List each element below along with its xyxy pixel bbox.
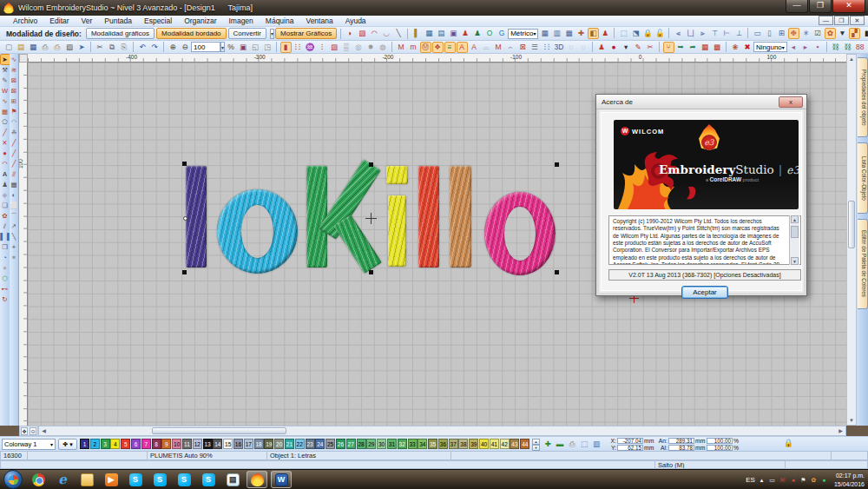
outline-object-icon[interactable]: ◠	[369, 28, 380, 39]
color-swatch-11[interactable]: 11	[182, 439, 192, 449]
vector-o-icon[interactable]: O	[484, 28, 496, 39]
taskbar-ie[interactable]: e	[52, 471, 73, 488]
color-swatch-13[interactable]: 13	[203, 439, 213, 449]
grid2-tool-icon[interactable]: ▦	[10, 180, 18, 189]
selection-handle-tl[interactable]	[182, 162, 187, 166]
add-color-icon[interactable]: ✚	[542, 439, 554, 450]
reshape-tool-icon[interactable]: ⚒	[1, 65, 10, 75]
mdi-minimize-button[interactable]: —	[819, 16, 833, 25]
small-scissors-icon[interactable]: ✂	[645, 42, 656, 53]
checkbox-tool-icon[interactable]: ☑	[812, 28, 824, 39]
align-top-icon[interactable]: ⊤	[709, 28, 720, 39]
digitize-line-icon[interactable]: ╲	[393, 28, 404, 39]
scale-y-field[interactable]: 100.00	[707, 445, 733, 451]
color-swatch-3[interactable]: 3	[101, 439, 110, 449]
color-swatch-16[interactable]: 16	[233, 439, 243, 449]
swirl-tool-icon[interactable]: ☘	[10, 128, 18, 137]
color-swatch-12[interactable]: 12	[193, 439, 202, 449]
color-swatch-28[interactable]: 28	[357, 439, 366, 449]
team-names-icon[interactable]: ≡	[444, 42, 456, 53]
send-machine-icon[interactable]: ➤	[76, 42, 88, 53]
flag-tool-icon[interactable]: ⚑	[10, 107, 18, 116]
color-swatch-21[interactable]: 21	[285, 439, 294, 449]
zoom-fit-icon[interactable]: ◳	[262, 42, 273, 53]
about-scroll-thumb[interactable]	[791, 226, 799, 238]
cut-icon[interactable]: ✂	[95, 42, 106, 53]
menu-editar[interactable]: Editar	[43, 17, 75, 25]
letter-l-3[interactable]	[450, 166, 471, 268]
hatch-tool-icon[interactable]: ⫽	[1, 221, 10, 231]
mirror-h-tool-icon[interactable]: ▌▐	[1, 232, 10, 241]
letter-i-dot[interactable]	[386, 166, 408, 184]
simulate-1-icon[interactable]: ◂	[787, 42, 799, 53]
align-left-icon[interactable]: ⫷	[673, 28, 684, 39]
taskbar-explorer[interactable]	[76, 471, 97, 488]
freehand-tool-icon[interactable]: ✎	[1, 76, 10, 85]
tatami-stitch-icon[interactable]: ᎒᎒	[293, 42, 304, 53]
mdi-restore-button[interactable]: ❐	[834, 16, 849, 25]
about-scroll-down[interactable]: ▼	[791, 257, 799, 265]
taskbar-clock[interactable]: 02:17 p.m. 15/04/2016	[834, 472, 865, 487]
color-swatch-33[interactable]: 33	[408, 439, 418, 449]
about-close-button[interactable]: x	[779, 96, 803, 108]
open-object-icon[interactable]: ◡	[381, 28, 392, 39]
line-thin-tool-icon[interactable]: ╱	[10, 138, 18, 148]
stamp-tool-icon[interactable]: ▦	[1, 107, 10, 116]
swatch-spinner[interactable]: ▲▼	[532, 439, 540, 450]
film-strip-icon[interactable]: ▦	[700, 42, 711, 53]
stitch-12-icon[interactable]: ᎒᎒	[542, 42, 553, 53]
hoop-88-icon[interactable]: 88	[854, 42, 865, 53]
remove-color-icon[interactable]: ▬	[555, 439, 566, 450]
percent-icon[interactable]: %	[226, 42, 237, 53]
menu-maquina[interactable]: Máquina	[260, 17, 300, 25]
open-design-icon[interactable]: ▤	[16, 42, 27, 53]
figures-tool-icon[interactable]: ♟	[1, 180, 10, 189]
dropdown-arrow-icon[interactable]: ▼	[837, 28, 848, 39]
selection-handle-bm[interactable]	[369, 270, 373, 274]
sequence-num-icon[interactable]: ▩	[563, 28, 575, 39]
auto-fabric-icon[interactable]: ▞	[849, 28, 860, 39]
align-bottom-icon[interactable]: ⊥	[733, 28, 745, 39]
manual-stitch-icon[interactable]: W	[1, 86, 10, 96]
color-swatch-35[interactable]: 35	[428, 439, 437, 449]
y-value-field[interactable]: 62.15	[617, 445, 643, 451]
color-swatch-20[interactable]: 20	[274, 439, 284, 449]
tray-flag-icon[interactable]: ⚑	[799, 476, 807, 484]
mirror-y-tool-icon[interactable]: ⊠	[10, 86, 18, 96]
open-line-icon[interactable]: ╱	[1, 128, 10, 137]
redo-icon[interactable]: ↷	[149, 42, 161, 53]
letter-a2-icon[interactable]: A	[469, 42, 480, 53]
color-swatch-44[interactable]: 44	[520, 439, 529, 449]
color-swatch-27[interactable]: 27	[346, 439, 356, 449]
scroll-left-arrow[interactable]: ◀	[39, 426, 49, 435]
letter-k-arm-lower[interactable]	[333, 215, 382, 274]
align-middle-icon[interactable]: ⊢	[721, 28, 733, 39]
tray-monitor-icon[interactable]: ▭	[768, 476, 776, 484]
checker-icon[interactable]: ▩	[712, 42, 723, 53]
cycle-colors-icon[interactable]: ⎙	[567, 439, 578, 450]
tray-color-icon[interactable]: ✿	[810, 476, 818, 484]
close-button[interactable]: ✕	[832, 0, 865, 13]
menu-ventana[interactable]: Ventana	[299, 17, 339, 25]
travel-start-icon[interactable]: ➥	[675, 42, 687, 53]
thread-chart-icon[interactable]: ▥	[591, 439, 602, 450]
stitch-list-icon[interactable]: ☰	[529, 42, 541, 53]
stack-tool-icon[interactable]: ❏	[1, 201, 10, 210]
needle-point-icon[interactable]: ▌	[411, 28, 423, 39]
hexagon-tool-icon[interactable]: ⬡	[1, 274, 10, 283]
effects-icon[interactable]: ✿	[825, 28, 836, 39]
scale-x-field[interactable]: 100.00	[707, 438, 733, 444]
contour-fill-icon[interactable]: ◎	[353, 42, 365, 53]
color-swatch-30[interactable]: 30	[377, 439, 386, 449]
color-swatch-26[interactable]: 26	[336, 439, 345, 449]
color-swatch-31[interactable]: 31	[387, 439, 397, 449]
lock-all-icon[interactable]: 🔓	[654, 28, 666, 39]
color-swatch-25[interactable]: 25	[326, 439, 335, 449]
color-swatch-38[interactable]: 38	[458, 439, 468, 449]
kiosk-icon[interactable]: ❖	[432, 42, 444, 53]
color-swatch-24[interactable]: 24	[315, 439, 325, 449]
deform-icon[interactable]: ⬔	[630, 28, 641, 39]
travel-color-icon[interactable]: ▣	[238, 42, 249, 53]
tab-color-object-list[interactable]: Lista Color-Objeto	[858, 142, 868, 214]
show-hidden-icon[interactable]: ▴	[758, 476, 766, 484]
